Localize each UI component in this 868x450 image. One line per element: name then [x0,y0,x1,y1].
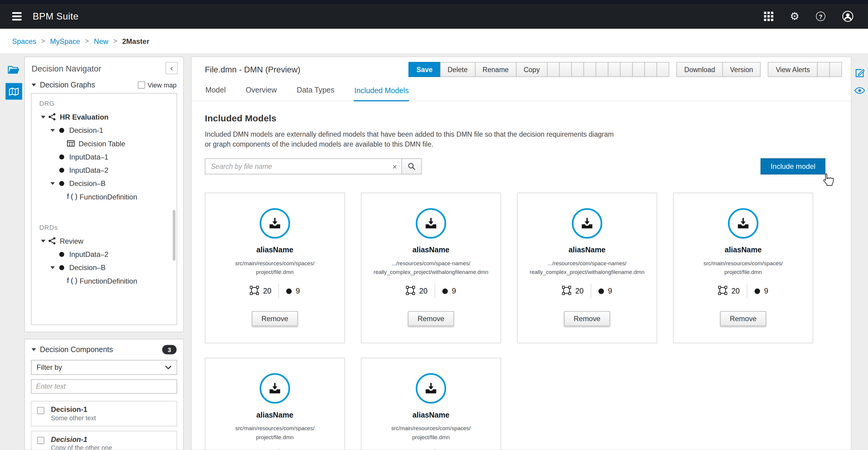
breadcrumb-item[interactable]: New [94,37,108,46]
filter-by-select[interactable]: Filter by [31,360,177,375]
decision-component-item[interactable]: Decision-1Some other text [31,401,177,426]
toolbar-placeholder-button[interactable] [829,62,842,77]
projects-folder-icon[interactable] [5,62,22,78]
tree-scrollbar[interactable] [173,210,176,261]
included-model-card: aliasNamesrc/main/resources/com/spaces/p… [673,193,813,343]
include-model-button[interactable]: Include model [761,159,826,175]
save-button[interactable]: Save [409,62,440,77]
tab-included-models[interactable]: Included Models [354,82,409,101]
settings-gear-icon[interactable]: ⚙ [790,11,799,22]
toolbar-placeholder-button[interactable] [547,62,560,77]
toolbar-placeholder-button[interactable] [608,62,621,77]
tree-item[interactable]: InputData–2 [32,247,177,261]
remove-model-button[interactable]: Remove [408,311,454,326]
tree-item-label: FunctionDefinition [80,277,137,285]
component-checkbox[interactable] [37,407,44,414]
component-count-value: 9 [452,287,456,295]
toolbar-placeholder-button[interactable] [656,62,669,77]
node-circle-icon [59,265,64,270]
node-circle-icon [59,128,64,133]
tab-data-types[interactable]: Data Types [296,82,335,101]
tree-item[interactable]: Decision–B [32,261,177,274]
chevron-down-icon[interactable] [50,266,55,269]
toolbar-placeholder-button[interactable] [632,62,645,77]
search-field-wrap: × [205,159,402,175]
applications-grid-icon[interactable] [764,12,773,21]
user-avatar-icon[interactable] [842,10,854,22]
model-import-icon [416,373,446,404]
stats-divider [747,283,748,299]
chevron-down-icon[interactable] [50,129,55,131]
download-button[interactable]: Download [676,62,723,77]
decision-navigator-map-icon[interactable] [5,83,22,99]
navigator-header: Decision Navigator ‹ [25,57,183,77]
chevron-down-icon[interactable] [32,348,36,351]
left-icon-rail [3,57,24,100]
tree-item[interactable]: f ( )FunctionDefinition [32,274,177,287]
tree-item[interactable]: HR Evaluation [32,110,177,123]
circle-icon [56,128,67,133]
help-icon[interactable]: ? [816,12,825,21]
toolbar-placeholder-button[interactable] [620,62,632,77]
model-stats: 209 [406,283,456,299]
tree-item[interactable]: f ( )FunctionDefinition [32,190,177,203]
toolbar-placeholder-button[interactable] [596,62,608,77]
component-count-stat: 9 [442,287,456,295]
decision-component-item[interactable]: Decision-1Copy of the other one [31,431,177,450]
toolbar-placeholder-button[interactable] [559,62,572,77]
tab-model[interactable]: Model [205,82,226,101]
remove-model-button[interactable]: Remove [252,311,298,326]
tree-item[interactable]: InputData–2 [32,163,177,177]
tree-section-label: DRG [32,98,177,110]
version-button[interactable]: Version [722,62,761,77]
share-icon [46,113,58,121]
search-input[interactable] [205,159,402,175]
edit-pencil-icon[interactable] [855,68,865,80]
breadcrumb-item[interactable]: MySpace [50,37,80,46]
drd-count-stat: 20 [250,286,272,297]
component-filter-input[interactable] [31,380,177,394]
breadcrumb-item[interactable]: Spaces [12,37,36,46]
hamburger-menu-icon[interactable] [11,11,23,21]
chevron-down-icon[interactable] [32,84,36,86]
fn-icon: f ( ) [65,192,77,200]
view-map-toggle[interactable]: View map [137,81,177,89]
app-title: BPM Suite [33,11,79,22]
model-import-icon [572,208,602,239]
tree-caret-slot [49,129,56,131]
component-checkbox[interactable] [37,437,44,444]
chevron-down-icon[interactable] [40,115,45,118]
copy-button[interactable]: Copy [516,62,548,77]
toolbar-placeholder-button[interactable] [645,62,657,77]
chevron-down-icon[interactable] [50,182,55,184]
tree-item[interactable]: Review [32,234,177,247]
view-alerts-button[interactable]: View Alerts [768,62,817,77]
component-circle-icon [598,289,604,294]
included-models-description: Included DMN models are externally defin… [205,129,616,150]
search-button[interactable] [401,159,422,175]
model-import-icon [259,373,290,404]
tree-item[interactable]: Decision-1 [32,123,177,137]
toolbar-placeholder-button[interactable] [571,62,584,77]
model-stats: 209 [562,283,612,299]
remove-model-button[interactable]: Remove [720,311,766,326]
view-map-checkbox[interactable] [137,82,145,89]
chevron-down-icon[interactable] [40,239,45,242]
component-title: Decision-1 [51,435,171,444]
tab-overview[interactable]: Overview [245,82,277,101]
remove-model-button[interactable]: Remove [564,311,610,326]
tree-item[interactable]: Decision Table [32,137,177,150]
delete-button[interactable]: Delete [440,62,475,77]
preview-eye-icon[interactable] [854,87,865,95]
toolbar-placeholder-button[interactable] [817,62,830,77]
model-alias: aliasName [412,411,449,419]
rename-button[interactable]: Rename [475,62,517,77]
masthead: BPM Suite ⚙ ? [0,0,868,29]
clear-search-icon[interactable]: × [392,162,397,170]
model-import-icon [728,208,758,239]
toolbar-placeholder-button[interactable] [584,62,596,77]
tree-item[interactable]: InputData–1 [32,150,177,163]
collapse-panel-button[interactable]: ‹ [165,62,178,74]
tree-item[interactable]: Decision–B [32,177,177,190]
tree-item-label: InputData–2 [69,166,108,174]
